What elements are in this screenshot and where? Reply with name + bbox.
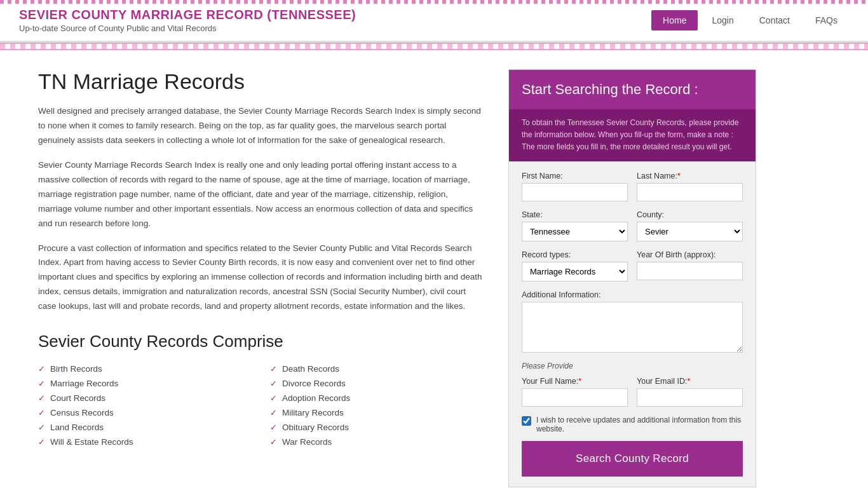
- main-nav: Home Login Contact FAQs: [651, 10, 849, 30]
- check-icon: ✓: [270, 408, 277, 417]
- list-item: ✓ Will & Estate Records: [38, 435, 251, 449]
- intro-paragraph-2: Sevier County Marriage Records Search In…: [38, 158, 483, 231]
- please-provide-label: Please Provide: [522, 362, 743, 370]
- full-name-group: Your Full Name:*: [522, 377, 628, 407]
- first-name-label: First Name:: [522, 172, 628, 180]
- list-item: ✓ Land Records: [38, 420, 251, 435]
- check-icon: ✓: [38, 437, 45, 447]
- state-county-row: State: Tennessee Alabama Alaska County: …: [522, 210, 743, 241]
- full-name-input[interactable]: [522, 388, 628, 407]
- required-marker: *: [677, 172, 681, 180]
- records-grid: ✓ Birth Records ✓ Marriage Records ✓ Cou…: [38, 362, 483, 449]
- main-container: TN Marriage Records Well designed and pr…: [0, 50, 868, 488]
- list-item: ✓ Birth Records: [38, 362, 251, 376]
- list-item: ✓ Obituary Records: [270, 420, 483, 435]
- list-item: ✓ Court Records: [38, 391, 251, 405]
- check-icon: ✓: [38, 423, 45, 432]
- intro-paragraph-1: Well designed and precisely arranged dat…: [38, 104, 483, 148]
- first-name-group: First Name:: [522, 172, 628, 201]
- check-icon: ✓: [38, 364, 45, 374]
- required-marker: *: [578, 377, 581, 386]
- newsletter-label: I wish to receive updates and additional…: [536, 416, 743, 433]
- record-year-row: Record types: Marriage Records Birth Rec…: [522, 250, 743, 281]
- check-icon: ✓: [38, 393, 45, 403]
- first-name-input[interactable]: [522, 183, 628, 201]
- year-of-birth-label: Year Of Birth (approx):: [637, 250, 743, 259]
- panel-description: To obtain the Tennessee Sevier County Re…: [509, 109, 756, 161]
- site-subtitle: Up-to-date Source of County Public and V…: [19, 24, 356, 33]
- email-label: Your Email ID:*: [637, 377, 743, 386]
- decorative-border: [0, 43, 868, 50]
- nav-contact[interactable]: Contact: [748, 10, 801, 30]
- state-select[interactable]: Tennessee Alabama Alaska: [522, 222, 628, 241]
- site-title: SEVIER COUNTY MARRIAGE RECORD (TENNESSEE…: [19, 8, 356, 22]
- nav-faqs[interactable]: FAQs: [804, 10, 849, 30]
- nav-login[interactable]: Login: [700, 10, 745, 30]
- additional-info-label: Additional Information:: [522, 290, 743, 299]
- full-name-label: Your Full Name:*: [522, 377, 628, 386]
- required-marker: *: [687, 377, 690, 386]
- list-item: ✓ Military Records: [270, 405, 483, 420]
- year-of-birth-input[interactable]: [637, 262, 743, 280]
- county-label: County:: [637, 210, 743, 219]
- intro-paragraph-3: Procure a vast collection of information…: [38, 241, 483, 315]
- list-item: ✓ War Records: [270, 435, 483, 449]
- search-form: First Name: Last Name:* State: Tennessee: [509, 161, 756, 487]
- records-section-title: Sevier County Records Comprise: [38, 332, 483, 351]
- check-icon: ✓: [270, 423, 277, 432]
- record-type-group: Record types: Marriage Records Birth Rec…: [522, 250, 628, 281]
- list-item: ✓ Divorce Records: [270, 376, 483, 391]
- check-icon: ✓: [270, 437, 277, 447]
- check-icon: ✓: [38, 379, 45, 388]
- records-col2: ✓ Death Records ✓ Divorce Records ✓ Adop…: [270, 362, 483, 449]
- last-name-input[interactable]: [637, 183, 743, 201]
- name-row: First Name: Last Name:*: [522, 172, 743, 201]
- records-col1: ✓ Birth Records ✓ Marriage Records ✓ Cou…: [38, 362, 251, 449]
- list-item: ✓ Marriage Records: [38, 376, 251, 391]
- check-icon: ✓: [270, 393, 277, 403]
- county-group: County: Sevier Knox Blount: [637, 210, 743, 241]
- last-name-group: Last Name:*: [637, 172, 743, 201]
- newsletter-checkbox[interactable]: [522, 416, 531, 426]
- additional-info-group: Additional Information:: [522, 290, 743, 353]
- search-county-record-button[interactable]: Search County Record: [522, 441, 743, 477]
- search-panel: Start Searching the Record : To obtain t…: [508, 69, 756, 487]
- check-icon: ✓: [38, 408, 45, 417]
- panel-title: Start Searching the Record :: [509, 70, 756, 109]
- additional-info-textarea[interactable]: [522, 302, 743, 353]
- email-group: Your Email ID:*: [637, 377, 743, 407]
- state-group: State: Tennessee Alabama Alaska: [522, 210, 628, 241]
- contact-row: Your Full Name:* Your Email ID:*: [522, 377, 743, 407]
- state-label: State:: [522, 210, 628, 219]
- record-type-select[interactable]: Marriage Records Birth Records Death Rec…: [522, 262, 628, 281]
- last-name-label: Last Name:*: [637, 172, 743, 180]
- site-branding: SEVIER COUNTY MARRIAGE RECORD (TENNESSEE…: [19, 8, 356, 33]
- year-of-birth-group: Year Of Birth (approx):: [637, 250, 743, 281]
- site-header: SEVIER COUNTY MARRIAGE RECORD (TENNESSEE…: [0, 0, 868, 50]
- left-content: TN Marriage Records Well designed and pr…: [38, 69, 483, 449]
- email-input[interactable]: [637, 388, 743, 407]
- page-title: TN Marriage Records: [38, 69, 483, 94]
- check-icon: ✓: [270, 364, 277, 374]
- newsletter-checkbox-row: I wish to receive updates and additional…: [522, 416, 743, 433]
- nav-home[interactable]: Home: [651, 10, 698, 30]
- list-item: ✓ Census Records: [38, 405, 251, 420]
- check-icon: ✓: [270, 379, 277, 388]
- list-item: ✓ Death Records: [270, 362, 483, 376]
- list-item: ✓ Adoption Records: [270, 391, 483, 405]
- record-type-label: Record types:: [522, 250, 628, 259]
- county-select[interactable]: Sevier Knox Blount: [637, 222, 743, 241]
